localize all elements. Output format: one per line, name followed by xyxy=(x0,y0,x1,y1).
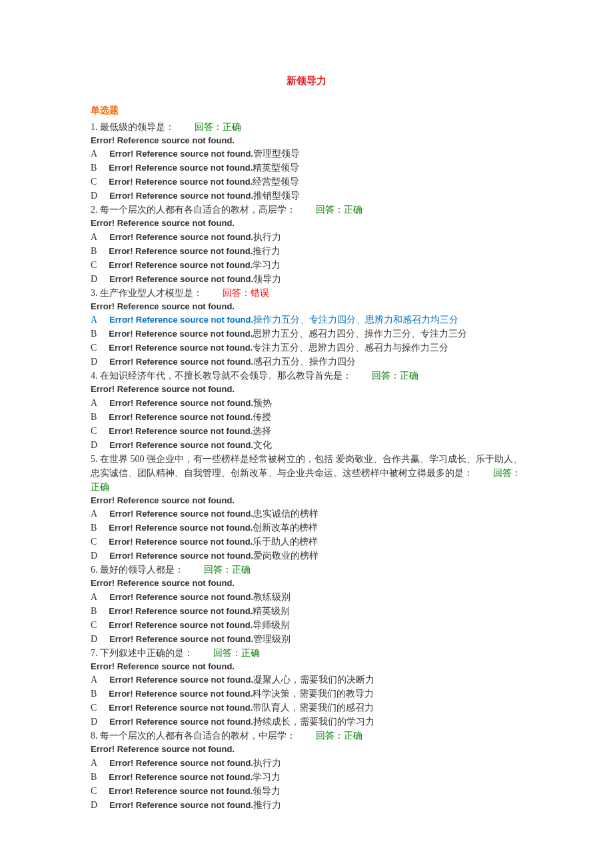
option-line: AError! Reference source not found.执行力 xyxy=(91,756,522,770)
option-text: 学习力 xyxy=(253,772,281,782)
feedback-value: 正确 xyxy=(344,731,362,741)
error-reference-text: Error! Reference source not found. xyxy=(109,551,253,561)
option-line: AError! Reference source not found.执行力 xyxy=(91,230,522,244)
question-text: 最低级的领导是： xyxy=(98,122,175,132)
option-text: 领导力 xyxy=(253,274,281,284)
option-line: BError! Reference source not found.学习力 xyxy=(91,770,522,784)
feedback-value: 正确 xyxy=(232,565,251,575)
error-reference-text: Error! Reference source not found. xyxy=(109,260,253,270)
option-line: AError! Reference source not found.操作力五分… xyxy=(91,313,522,327)
feedback-value: 正确 xyxy=(400,371,418,381)
option-text: 文化 xyxy=(253,440,272,450)
error-reference-text: Error! Reference source not found. xyxy=(91,217,522,230)
question-header: 2. 每一个层次的人都有各自适合的教材，高层学：回答：正确 xyxy=(91,203,522,217)
document-page: 新领导力 单选题 1. 最低级的领导是：回答：正确Error! Referenc… xyxy=(0,0,613,868)
option-text: 执行力 xyxy=(253,232,281,242)
option-line: BError! Reference source not found.思辨力五分… xyxy=(91,327,522,341)
section-label: 单选题 xyxy=(91,103,522,117)
option-line: BError! Reference source not found.精英型领导 xyxy=(91,161,522,175)
error-reference-text: Error! Reference source not found. xyxy=(91,660,522,673)
option-line: DError! Reference source not found.感召力五分… xyxy=(91,355,522,369)
feedback-label: 回答： xyxy=(372,371,400,381)
option-letter: D xyxy=(91,800,97,810)
question-text: 最好的领导人都是： xyxy=(98,565,185,575)
option-letter: C xyxy=(91,426,97,436)
option-letter: B xyxy=(91,772,97,782)
feedback-value: 正确 xyxy=(223,122,241,132)
option-letter: A xyxy=(91,232,97,242)
option-line: AError! Reference source not found.忠实诚信的… xyxy=(91,507,522,521)
question-number: 4. xyxy=(91,371,98,381)
error-reference-text: Error! Reference source not found. xyxy=(109,689,253,699)
question-number: 2. xyxy=(91,205,98,215)
option-text: 选择 xyxy=(253,426,271,436)
option-line: DError! Reference source not found.领导力 xyxy=(91,272,522,286)
option-letter: D xyxy=(91,717,97,727)
feedback-label: 回答： xyxy=(223,288,251,298)
error-reference-text: Error! Reference source not found. xyxy=(91,134,522,147)
option-letter: D xyxy=(91,191,97,201)
option-letter: B xyxy=(91,689,97,699)
error-reference-text: Error! Reference source not found. xyxy=(109,620,253,630)
option-text: 感召力五分、操作力四分 xyxy=(253,357,356,367)
option-text: 思辨力五分、感召力四分、操作力三分、专注力三分 xyxy=(253,329,467,339)
option-line: DError! Reference source not found.管理级别 xyxy=(91,632,522,646)
option-letter: B xyxy=(91,523,97,533)
question-text: 每一个层次的人都有各自适合的教材，高层学： xyxy=(98,205,297,215)
option-line: CError! Reference source not found.领导力 xyxy=(91,784,522,798)
error-reference-text: Error! Reference source not found. xyxy=(109,606,253,616)
option-line: BError! Reference source not found.推行力 xyxy=(91,244,522,258)
question-number: 3. xyxy=(91,288,98,298)
option-text: 专注力五分、思辨力四分、感召力与操作力三分 xyxy=(253,343,448,353)
option-letter: C xyxy=(91,343,97,353)
option-letter: A xyxy=(91,398,97,408)
option-line: BError! Reference source not found.精英级别 xyxy=(91,604,522,618)
question-number: 6. xyxy=(91,565,98,575)
question-text: 在世界 500 强企业中，有一些榜样是经常被树立的，包括 爱岗敬业、合作共赢、学… xyxy=(91,454,522,478)
option-line: AError! Reference source not found.教练级别 xyxy=(91,590,522,604)
option-text: 科学决策，需要我们的教导力 xyxy=(253,689,374,699)
question-block: 4. 在知识经济年代，不擅长教导就不会领导。那么教导首先是：回答：正确Error… xyxy=(91,369,522,452)
error-reference-text: Error! Reference source not found. xyxy=(109,592,253,602)
option-letter: D xyxy=(91,551,97,561)
option-line: CError! Reference source not found.带队育人，… xyxy=(91,701,522,715)
answer-feedback: 回答：正确 xyxy=(195,122,241,132)
error-reference-text: Error! Reference source not found. xyxy=(109,523,253,533)
error-reference-text: Error! Reference source not found. xyxy=(109,800,253,810)
option-letter: C xyxy=(91,786,97,796)
option-line: DError! Reference source not found.推销型领导 xyxy=(91,189,522,203)
question-block: 8. 每一个层次的人都有各自适合的教材，中层学：回答：正确Error! Refe… xyxy=(91,729,522,812)
option-text: 推销型领导 xyxy=(253,191,300,201)
error-reference-text: Error! Reference source not found. xyxy=(109,717,253,727)
question-block: 6. 最好的领导人都是：回答：正确Error! Reference source… xyxy=(91,563,522,646)
option-text: 忠实诚信的榜样 xyxy=(253,509,318,519)
page-title: 新领导力 xyxy=(91,73,522,89)
option-line: DError! Reference source not found.爱岗敬业的… xyxy=(91,549,522,563)
question-block: 1. 最低级的领导是：回答：正确Error! Reference source … xyxy=(91,120,522,203)
option-line: CError! Reference source not found.学习力 xyxy=(91,258,522,272)
option-letter: A xyxy=(91,758,97,768)
error-reference-text: Error! Reference source not found. xyxy=(109,537,253,547)
error-reference-text: Error! Reference source not found. xyxy=(109,440,253,450)
question-text: 生产作业型人才模型是： xyxy=(98,288,203,298)
error-reference-text: Error! Reference source not found. xyxy=(109,274,253,284)
question-header: 7. 下列叙述中正确的是：回答：正确 xyxy=(91,646,522,660)
option-line: CError! Reference source not found.导师级别 xyxy=(91,618,522,632)
option-letter: D xyxy=(91,357,97,367)
error-reference-text: Error! Reference source not found. xyxy=(109,772,253,782)
question-text: 下列叙述中正确的是： xyxy=(98,648,194,658)
feedback-label: 回答： xyxy=(213,648,241,658)
questions-container: 1. 最低级的领导是：回答：正确Error! Reference source … xyxy=(91,120,522,812)
option-text: 教练级别 xyxy=(253,592,291,602)
answer-feedback: 回答：错误 xyxy=(223,288,269,298)
question-number: 5. xyxy=(91,454,98,464)
error-reference-text: Error! Reference source not found. xyxy=(109,163,253,173)
option-letter: A xyxy=(91,592,97,602)
question-block: 3. 生产作业型人才模型是：回答：错误Error! Reference sour… xyxy=(91,286,522,369)
feedback-label: 回答： xyxy=(493,468,521,478)
question-header: 8. 每一个层次的人都有各自适合的教材，中层学：回答：正确 xyxy=(91,729,522,743)
option-text: 操作力五分、专注力四分、思辨力和感召力均三分 xyxy=(253,315,458,325)
error-reference-text: Error! Reference source not found. xyxy=(91,494,522,507)
option-line: BError! Reference source not found.科学决策，… xyxy=(91,687,522,701)
error-reference-text: Error! Reference source not found. xyxy=(91,577,522,590)
